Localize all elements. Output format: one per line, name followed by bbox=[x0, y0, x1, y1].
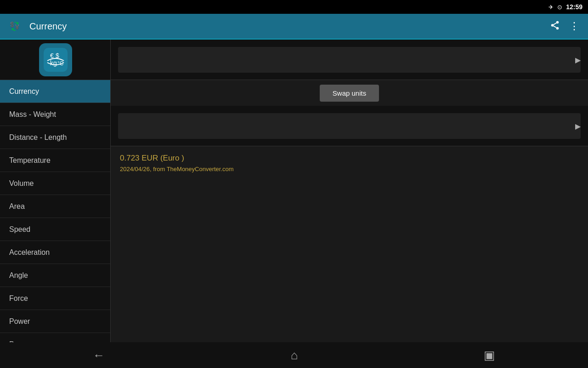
sidebar-item-speed[interactable]: Speed bbox=[0, 218, 110, 241]
sidebar-item-label: Temperature bbox=[9, 156, 51, 165]
svg-line-5 bbox=[554, 26, 556, 28]
app-title: Currency bbox=[29, 21, 544, 32]
content-area: ▶ Swap units ▶ 0.723 EUR (Euro ) 2024/04… bbox=[111, 40, 588, 368]
sidebar-app-icon: € $ kg °C bbox=[39, 43, 72, 76]
to-currency-dropdown[interactable] bbox=[118, 113, 581, 139]
sidebar-item-mass-weight[interactable]: Mass - Weight bbox=[0, 103, 110, 126]
main-layout: € $ kg °C Currency Mass - Weight Distanc… bbox=[0, 40, 588, 368]
sidebar-item-label: Area bbox=[9, 202, 25, 211]
share-button[interactable] bbox=[546, 17, 564, 36]
sidebar-item-angle[interactable]: Angle bbox=[0, 264, 110, 287]
status-time: 12:59 bbox=[566, 3, 582, 11]
home-button[interactable]: ⌂ bbox=[280, 345, 309, 366]
sidebar-item-temperature[interactable]: Temperature bbox=[0, 149, 110, 172]
result-source: 2024/04/26, from TheMoneyConverter.com bbox=[120, 166, 579, 172]
svg-point-2 bbox=[556, 21, 559, 23]
sidebar-item-label: Mass - Weight bbox=[9, 110, 56, 119]
svg-point-4 bbox=[556, 27, 559, 29]
sidebar-item-label: Currency bbox=[9, 87, 39, 96]
sidebar-item-label: Speed bbox=[9, 225, 30, 234]
sidebar-item-power[interactable]: Power bbox=[0, 310, 110, 333]
sidebar-header: € $ kg °C bbox=[0, 40, 111, 80]
sidebar-item-distance-length[interactable]: Distance - Length bbox=[0, 126, 110, 149]
from-currency-arrow: ▶ bbox=[575, 55, 581, 64]
sidebar-item-label: Angle bbox=[9, 271, 28, 280]
sidebar: € $ kg °C Currency Mass - Weight Distanc… bbox=[0, 40, 111, 368]
sidebar-item-area[interactable]: Area bbox=[0, 195, 110, 218]
action-bar: 💱 Currency ⋮ bbox=[0, 14, 588, 40]
to-currency-arrow: ▶ bbox=[575, 121, 581, 130]
indicator-icon: ⊙ bbox=[557, 4, 562, 11]
sidebar-item-label: Volume bbox=[9, 179, 34, 188]
sidebar-item-acceleration[interactable]: Acceleration bbox=[0, 241, 110, 264]
result-area: 0.723 EUR (Euro ) 2024/04/26, from TheMo… bbox=[111, 146, 588, 180]
result-value: 0.723 EUR (Euro ) bbox=[120, 154, 579, 163]
svg-text:💱: 💱 bbox=[10, 21, 20, 31]
airplane-icon: ✈ bbox=[548, 4, 554, 11]
sidebar-item-label: Acceleration bbox=[9, 248, 50, 257]
svg-line-6 bbox=[554, 23, 556, 24]
swap-row: Swap units bbox=[111, 80, 588, 106]
nav-bar: ← ⌂ ▣ bbox=[0, 342, 588, 368]
svg-text:kg: kg bbox=[50, 59, 57, 67]
recents-button[interactable]: ▣ bbox=[473, 345, 506, 366]
sidebar-item-force[interactable]: Force bbox=[0, 287, 110, 310]
sidebar-item-label: Distance - Length bbox=[9, 133, 67, 142]
swap-button[interactable]: Swap units bbox=[320, 85, 379, 102]
status-bar: ✈ ⊙ 12:59 bbox=[0, 0, 588, 14]
overflow-menu-button[interactable]: ⋮ bbox=[565, 17, 582, 36]
app-icon: 💱 bbox=[6, 17, 24, 35]
sidebar-item-label: Force bbox=[9, 294, 28, 303]
svg-point-3 bbox=[551, 24, 554, 27]
from-currency-selector-row: ▶ bbox=[111, 40, 588, 80]
sidebar-item-label: Power bbox=[9, 317, 30, 326]
sidebar-item-volume[interactable]: Volume bbox=[0, 172, 110, 195]
to-currency-selector-row: ▶ bbox=[111, 106, 588, 146]
back-button[interactable]: ← bbox=[82, 345, 116, 366]
from-currency-dropdown[interactable] bbox=[118, 47, 581, 73]
sidebar-item-currency[interactable]: Currency bbox=[0, 80, 110, 103]
